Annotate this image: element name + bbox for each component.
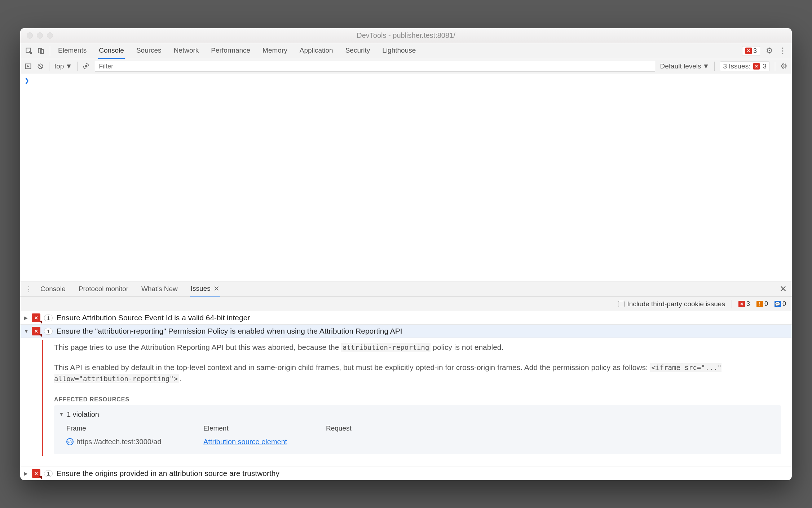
issues-filterbar: Include third-party cookie issues ✕3 !0 …	[20, 297, 792, 311]
console-prompt[interactable]: ❯	[20, 74, 792, 87]
settings-icon[interactable]: ⚙	[766, 46, 773, 55]
issue-row[interactable]: ▼ 1 Ensure the "attribution-reporting" P…	[20, 325, 792, 338]
element-cell[interactable]: Attribution source element	[203, 436, 326, 447]
request-cell	[326, 436, 398, 447]
issue-count-badge: 1	[44, 315, 53, 321]
devtools-window: DevTools - publisher.test:8081/ Elements…	[20, 28, 792, 480]
more-icon[interactable]: ⋮	[779, 46, 787, 55]
warning-icon: !	[756, 301, 763, 307]
affected-resources-box: ▼ 1 violation Frame Element Request </> …	[54, 405, 781, 455]
issue-title: Ensure the "attribution-reporting" Permi…	[56, 327, 402, 335]
issue-count-badge: 1	[44, 470, 53, 477]
window-title: DevTools - publisher.test:8081/	[20, 31, 792, 40]
live-expression-icon[interactable]	[83, 63, 90, 70]
console-settings-icon[interactable]: ⚙	[780, 62, 787, 71]
expand-icon: ▶	[24, 315, 28, 321]
affected-resources-table: Frame Element Request </> https://adtech…	[59, 423, 776, 447]
issues-label: 3 Issues:	[723, 62, 750, 70]
chevron-down-icon: ▼	[65, 62, 72, 70]
breaking-change-icon	[32, 313, 40, 322]
breaking-change-icon	[32, 469, 40, 478]
info-icon: 💬	[775, 301, 781, 307]
drawer-tab-issues[interactable]: Issues ✕	[190, 281, 220, 298]
drawer-more-icon[interactable]: ⋮	[25, 285, 32, 293]
tab-performance[interactable]: Performance	[210, 43, 251, 59]
tab-network[interactable]: Network	[173, 43, 200, 59]
chevron-down-icon: ▼	[703, 62, 710, 70]
issue-row[interactable]: ▶ 1 Ensure the origins provided in an at…	[20, 467, 792, 480]
issue-description-1: This page tries to use the Attribution R…	[54, 342, 781, 353]
drawer-tab-protocol-monitor[interactable]: Protocol monitor	[78, 281, 129, 298]
issue-count-badge: 1	[44, 328, 53, 335]
error-icon: ✕	[738, 301, 745, 307]
code-policy-name: attribution-reporting	[341, 343, 431, 352]
console-filter-input[interactable]	[95, 61, 655, 72]
checkbox-icon	[618, 301, 625, 307]
affected-resources-heading: AFFECTED RESOURCES	[54, 395, 781, 404]
issues-list: ▶ 1 Ensure Attribution Source Event Id i…	[20, 311, 792, 480]
col-frame: Frame	[66, 423, 203, 434]
header-error-badge[interactable]: ✕ 3	[742, 46, 760, 56]
warning-count-stat[interactable]: !0	[756, 300, 768, 308]
info-count-stat[interactable]: 💬0	[775, 300, 786, 308]
element-link[interactable]: Attribution source element	[203, 436, 287, 447]
tab-elements[interactable]: Elements	[57, 43, 87, 59]
close-tab-icon[interactable]: ✕	[213, 284, 220, 293]
third-party-cookie-checkbox[interactable]: Include third-party cookie issues	[618, 300, 725, 308]
issue-row[interactable]: ▶ 1 Ensure Attribution Source Event Id i…	[20, 311, 792, 325]
drawer-tab-whats-new[interactable]: What's New	[141, 281, 178, 298]
execution-context-selector[interactable]: top ▼	[54, 62, 72, 70]
svg-rect-1	[39, 48, 42, 53]
collapse-icon: ▼	[24, 328, 28, 334]
drawer-tabbar: ⋮ Console Protocol monitor What's New Is…	[20, 281, 792, 297]
log-levels-label: Default levels	[660, 62, 701, 70]
error-icon: ✕	[753, 63, 760, 70]
execution-context-label: top	[54, 62, 64, 70]
issue-title: Ensure the origins provided in an attrib…	[56, 469, 279, 478]
violation-toggle[interactable]: ▼ 1 violation	[59, 409, 776, 420]
frame-icon: </>	[66, 438, 74, 445]
tab-console[interactable]: Console	[98, 43, 125, 59]
tab-security[interactable]: Security	[345, 43, 371, 59]
clear-console-icon[interactable]	[37, 63, 44, 70]
frame-cell[interactable]: </> https://adtech.test:3000/ad	[66, 436, 203, 447]
tab-memory[interactable]: Memory	[262, 43, 288, 59]
breaking-change-icon	[32, 327, 40, 335]
header-error-count: 3	[753, 47, 757, 55]
close-drawer-icon[interactable]: ✕	[780, 284, 787, 294]
col-request: Request	[326, 423, 398, 434]
tab-lighthouse[interactable]: Lighthouse	[381, 43, 416, 59]
svg-point-5	[85, 65, 88, 68]
toolbar-issues-badge[interactable]: 3 Issues: ✕ 3	[720, 61, 770, 71]
console-toolbar: top ▼ Default levels ▼ 3 Issues: ✕ 3 ⚙	[20, 59, 792, 74]
tab-sources[interactable]: Sources	[136, 43, 162, 59]
expand-icon: ▶	[24, 471, 28, 476]
error-count-stat[interactable]: ✕3	[738, 300, 750, 308]
issue-detail: This page tries to use the Attribution R…	[42, 340, 792, 456]
issue-title: Ensure Attribution Source Event Id is a …	[56, 313, 250, 322]
main-tabbar: Elements Console Sources Network Perform…	[20, 43, 792, 59]
toggle-sidebar-icon[interactable]	[25, 63, 32, 70]
collapse-icon: ▼	[59, 411, 64, 418]
col-element: Element	[203, 423, 326, 434]
issues-count: 3	[763, 62, 767, 70]
drawer-tab-console[interactable]: Console	[40, 281, 66, 298]
log-levels-selector[interactable]: Default levels ▼	[660, 62, 710, 70]
window-titlebar: DevTools - publisher.test:8081/	[20, 28, 792, 43]
tab-application[interactable]: Application	[299, 43, 334, 59]
error-icon: ✕	[745, 48, 752, 54]
device-toggle-icon[interactable]	[37, 47, 45, 54]
main-tabs: Elements Console Sources Network Perform…	[50, 43, 742, 59]
inspect-icon[interactable]	[25, 47, 32, 54]
issue-description-2: This API is enabled by default in the to…	[54, 362, 781, 384]
